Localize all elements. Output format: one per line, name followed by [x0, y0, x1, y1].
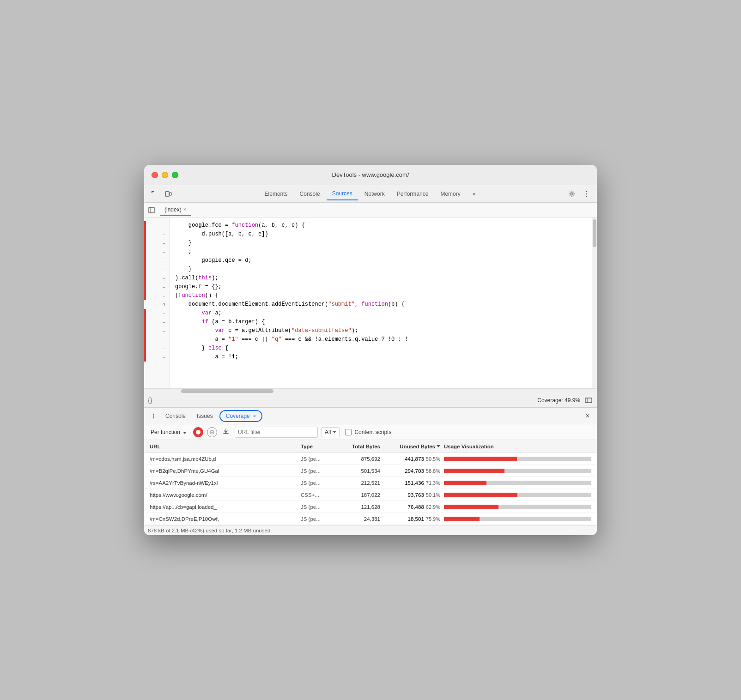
chevron-down-icon [183, 429, 187, 435]
th-visualization: Usage Visualization [442, 444, 593, 449]
format-icon[interactable]: {} [148, 397, 152, 404]
minimize-button[interactable] [162, 172, 168, 178]
settings-icon[interactable] [565, 187, 578, 200]
traffic-lights [152, 172, 178, 178]
svg-rect-2 [152, 192, 152, 193]
clear-coverage-button[interactable] [207, 427, 217, 437]
record-inner [196, 430, 200, 434]
type-filter-dropdown[interactable]: All [322, 427, 340, 437]
table-row[interactable]: https://www.google.com/ CSS+... 187,022 … [144, 489, 597, 501]
table-row[interactable]: /m=CnSW2d,DPreE,P10Owf, JS (pe... 24,381… [144, 513, 597, 525]
url-filter-input[interactable] [235, 427, 318, 438]
tab-performance[interactable]: Performance [391, 188, 434, 200]
td-vis [442, 457, 593, 461]
device-toggle-icon[interactable] [162, 187, 175, 200]
table-header: URL Type Total Bytes Unused Bytes Usage … [144, 440, 597, 453]
td-url: /m=CnSW2d,DPreE,P10Owf, [148, 516, 299, 522]
horizontal-scrollbar[interactable] [144, 388, 597, 393]
line-numbers: – – – – – – – [144, 217, 170, 388]
th-url: URL [148, 444, 299, 449]
svg-point-14 [153, 413, 154, 414]
line-num-4: – [144, 247, 169, 256]
coverage-tab-close-icon[interactable]: × [253, 414, 256, 419]
td-unused: 294,703 58.8% [382, 468, 442, 474]
code-line-4: ; [175, 247, 591, 256]
td-total: 121,628 [336, 504, 382, 510]
record-coverage-button[interactable] [193, 427, 203, 437]
line-num-11: – [144, 309, 169, 318]
code-line-7: ).call(this); [175, 274, 591, 283]
cursor-icon[interactable] [148, 187, 161, 200]
code-line-8: google.f = {}; [175, 283, 591, 291]
download-coverage-button[interactable] [221, 427, 231, 437]
td-total: 24,381 [336, 516, 382, 522]
maximize-button[interactable] [172, 172, 178, 178]
td-type: JS (pe... [299, 456, 336, 462]
line-num-2: – [144, 230, 169, 239]
td-vis [442, 469, 593, 473]
td-vis [442, 517, 593, 521]
vertical-scrollbar[interactable] [592, 217, 597, 388]
more-options-icon[interactable] [580, 187, 593, 200]
close-button[interactable] [152, 172, 158, 178]
content-scripts-checkbox[interactable] [345, 429, 352, 435]
per-function-label: Per function [151, 429, 180, 435]
svg-point-15 [153, 415, 154, 416]
td-unused: 441,873 50.5% [382, 456, 442, 462]
td-type: CSS+... [299, 492, 336, 498]
content-scripts-toggle[interactable]: Content scripts [345, 429, 391, 435]
td-type: JS (pe... [299, 480, 336, 486]
scrollbar-thumb[interactable] [593, 219, 596, 247]
content-scripts-label: Content scripts [354, 429, 391, 435]
tab-memory[interactable]: Memory [435, 188, 466, 200]
td-vis [442, 493, 593, 497]
code-line-2: d.push([a, b, c, e]) [175, 230, 591, 239]
svg-rect-5 [170, 193, 171, 195]
td-url: /m=B2qlPe,DhPYme,GU4Gal [148, 468, 299, 474]
tab-network[interactable]: Network [359, 188, 390, 200]
tab-console[interactable]: Console [294, 188, 326, 200]
code-content[interactable]: google.fce = function(a, b, c, e) { d.pu… [170, 217, 597, 388]
code-line-12: if (a = b.target) { [175, 318, 591, 326]
table-row[interactable]: /m=cdos,hsm,jsa,mb4ZUb,d JS (pe... 875,6… [144, 453, 597, 465]
tab-elements[interactable]: Elements [259, 188, 293, 200]
per-function-dropdown[interactable]: Per function [148, 428, 189, 437]
tab-more[interactable]: » [467, 188, 481, 200]
panel-close-button[interactable]: × [582, 410, 593, 422]
table-row[interactable]: /m=B2qlPe,DhPYme,GU4Gal JS (pe... 501,53… [144, 465, 597, 477]
table-row[interactable]: https://ap.../cb=gapi.loaded_ JS (pe... … [144, 501, 597, 513]
status-bar: 878 kB of 2.1 MB (42%) used so far, 1.2 … [144, 525, 597, 535]
panel-tab-console[interactable]: Console [161, 410, 190, 422]
titlebar: DevTools - www.google.com/ [144, 165, 597, 185]
td-type: JS (pe... [299, 504, 336, 510]
panel-tab-issues[interactable]: Issues [192, 410, 218, 422]
svg-rect-12 [585, 398, 592, 403]
sidebar-toggle-icon[interactable] [146, 205, 157, 216]
table-row[interactable]: /rs=AA2YrTvBynad-nWEy1xl JS (pe... 212,5… [144, 477, 597, 489]
tab-sources[interactable]: Sources [327, 187, 358, 200]
th-unused-bytes[interactable]: Unused Bytes [382, 444, 442, 449]
panel-menu-icon[interactable] [148, 410, 159, 422]
coverage-controls: Per function [144, 424, 597, 440]
panel-tab-coverage[interactable]: Coverage × [219, 410, 262, 422]
line-num-14: – [144, 335, 169, 344]
code-editor[interactable]: – – – – – – – [144, 217, 597, 388]
line-num-7: – [144, 274, 169, 283]
source-tab-bar: (index) × [144, 203, 597, 217]
code-line-14: a = "1" === c || "q" === c && !a.element… [175, 335, 591, 344]
svg-point-16 [153, 417, 154, 418]
td-url: https://ap.../cb=gapi.loaded_ [148, 504, 299, 510]
td-total: 187,022 [336, 492, 382, 498]
code-line-9: (function() { [175, 291, 591, 300]
line-num-16: – [144, 353, 169, 362]
td-total: 212,521 [336, 480, 382, 486]
source-tab-close-icon[interactable]: × [183, 207, 186, 212]
coverage-panel-icon[interactable] [584, 396, 593, 405]
h-scrollbar-thumb[interactable] [181, 389, 273, 393]
bottom-panel: {} Coverage: 49.9% Console [144, 393, 597, 535]
source-file-tab[interactable]: (index) × [160, 205, 191, 216]
code-line-11: var a; [175, 309, 591, 318]
code-line-5: google.qce = d; [175, 256, 591, 265]
devtools-tab-bar: Elements Console Sources Network Perform… [144, 185, 597, 203]
td-type: JS (pe... [299, 468, 336, 474]
